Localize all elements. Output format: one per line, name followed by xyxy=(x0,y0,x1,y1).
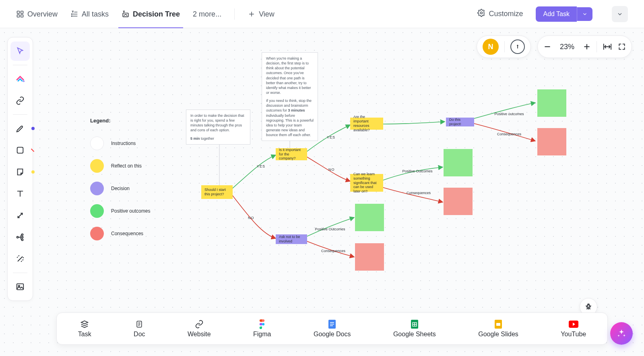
ai-logo-icon: + xyxy=(15,74,25,84)
instruction-card-brainstorm[interactable]: When you're making a decision, the first… xyxy=(262,52,318,141)
add-task-label: Add Task xyxy=(543,10,570,17)
divider xyxy=(504,41,505,52)
block-consequence-low[interactable] xyxy=(355,243,384,271)
svg-rect-40 xyxy=(496,323,500,326)
node-label: Do this project! xyxy=(449,118,471,126)
avatar[interactable]: N xyxy=(483,39,499,55)
node-label: Ask not to be involved xyxy=(279,235,304,244)
tool-shape[interactable] xyxy=(10,141,30,160)
node-label: Is it important for the company? xyxy=(279,148,304,161)
svg-point-50 xyxy=(21,239,23,240)
tool-pen[interactable] xyxy=(10,119,30,138)
svg-point-16 xyxy=(517,45,518,46)
expand-menu-button[interactable] xyxy=(612,6,628,22)
tool-text[interactable] xyxy=(10,184,30,203)
edge-label-yes: YES xyxy=(327,135,332,139)
svg-point-30 xyxy=(262,323,264,325)
svg-rect-3 xyxy=(21,14,23,17)
info-button[interactable] xyxy=(510,39,525,54)
figma-icon xyxy=(257,319,267,329)
tool-sticky[interactable] xyxy=(10,162,30,182)
square-icon xyxy=(16,146,25,155)
image-icon xyxy=(16,282,25,291)
legend: Legend: Instructions Reflect on this Dec… xyxy=(90,118,150,249)
node-resources[interactable]: Are the important resources available? xyxy=(350,118,383,130)
card-task[interactable]: Task xyxy=(78,319,91,338)
divider xyxy=(597,41,597,52)
edge-label-positive: Positive Outcomes xyxy=(312,227,348,231)
color-dot-icon xyxy=(31,170,35,174)
avatar-initial: N xyxy=(488,43,493,51)
node-label: Can we learn something significant that … xyxy=(353,172,380,194)
divider xyxy=(13,273,27,273)
tab-all-tasks[interactable]: All tasks xyxy=(70,0,109,28)
ai-fab-button[interactable] xyxy=(610,322,633,345)
tool-select[interactable] xyxy=(10,41,30,61)
edge-label-positive: Positive outcomes xyxy=(493,112,525,116)
instruction-text: If you need to think, stop the discussio… xyxy=(266,98,314,137)
whiteboard-toolbox: + xyxy=(7,37,33,301)
zoom-out-button[interactable] xyxy=(543,43,551,51)
tool-mindmap[interactable] xyxy=(10,228,30,247)
legend-label: Consequences xyxy=(111,231,143,236)
svg-rect-33 xyxy=(330,324,334,325)
grid-icon xyxy=(16,10,24,18)
legend-title: Legend: xyxy=(90,118,150,124)
instruction-card-pros-cons[interactable]: In order to make the decision that is ri… xyxy=(186,110,250,145)
edge-label-consequence: Consequences xyxy=(493,132,525,136)
card-figma[interactable]: Figma xyxy=(253,319,271,338)
tool-link[interactable] xyxy=(10,91,30,110)
tab-more[interactable]: 2 more... xyxy=(193,0,221,28)
view-tabs-bar: Overview All tasks Decision Tree 2 more.… xyxy=(0,0,644,28)
card-label: Google Slides xyxy=(478,331,518,338)
cursor-icon xyxy=(16,47,25,56)
node-ask-not[interactable]: Ask not to be involved xyxy=(276,234,307,244)
tool-connector[interactable] xyxy=(10,206,30,225)
tab-add-view[interactable]: View xyxy=(248,0,275,28)
block-positive-top[interactable] xyxy=(537,89,566,117)
edge-label-positive: Positive Outcomes xyxy=(399,169,436,173)
tool-magic[interactable] xyxy=(10,249,30,269)
card-google-slides[interactable]: Google Slides xyxy=(478,319,518,338)
legend-label: Positive outcomes xyxy=(111,208,150,214)
legend-item-decision: Decision xyxy=(90,182,150,195)
tab-label: 2 more... xyxy=(193,0,221,28)
node-start[interactable]: Should I start this project? xyxy=(201,185,233,199)
legend-label: Reflect on this xyxy=(111,163,142,169)
whiteboard-canvas[interactable]: Legend: Instructions Reflect on this Dec… xyxy=(0,28,644,356)
card-label: Website xyxy=(188,331,211,338)
legend-swatch xyxy=(90,182,104,195)
tab-decision-tree[interactable]: Decision Tree xyxy=(122,0,180,28)
edge-label-consequence: Consequences xyxy=(402,191,435,195)
block-consequence-top[interactable] xyxy=(537,128,566,155)
fit-width-button[interactable] xyxy=(603,43,612,51)
node-learn[interactable]: Can we learn something significant that … xyxy=(350,174,383,192)
zoom-in-button[interactable] xyxy=(583,43,591,51)
card-google-sheets[interactable]: Google Sheets xyxy=(393,319,436,338)
tab-label: Overview xyxy=(27,0,58,28)
tool-image[interactable] xyxy=(10,277,30,296)
card-youtube[interactable]: YouTube xyxy=(561,319,586,338)
info-icon xyxy=(514,43,521,50)
card-doc[interactable]: Doc xyxy=(134,319,145,338)
node-important[interactable]: Is it important for the company? xyxy=(276,148,307,160)
sticky-note-icon xyxy=(16,168,25,176)
card-google-docs[interactable]: Google Docs xyxy=(314,319,351,338)
doc-icon xyxy=(134,319,144,329)
svg-point-47 xyxy=(17,236,19,238)
card-website[interactable]: Website xyxy=(188,319,211,338)
svg-rect-43 xyxy=(17,147,23,153)
text-icon xyxy=(16,189,25,198)
tool-ai[interactable]: + xyxy=(10,69,30,89)
block-consequence-mid[interactable] xyxy=(444,188,473,215)
block-positive-low[interactable] xyxy=(355,204,384,231)
add-task-button[interactable]: Add Task xyxy=(536,6,577,22)
block-positive-mid[interactable] xyxy=(444,149,473,176)
youtube-icon xyxy=(569,319,578,329)
node-do-project[interactable]: Do this project! xyxy=(446,118,474,126)
svg-point-49 xyxy=(21,236,23,238)
customize-button[interactable]: Customize xyxy=(477,9,523,19)
tab-overview[interactable]: Overview xyxy=(16,0,58,28)
fullscreen-button[interactable] xyxy=(618,43,626,51)
add-task-dropdown[interactable] xyxy=(577,7,592,21)
